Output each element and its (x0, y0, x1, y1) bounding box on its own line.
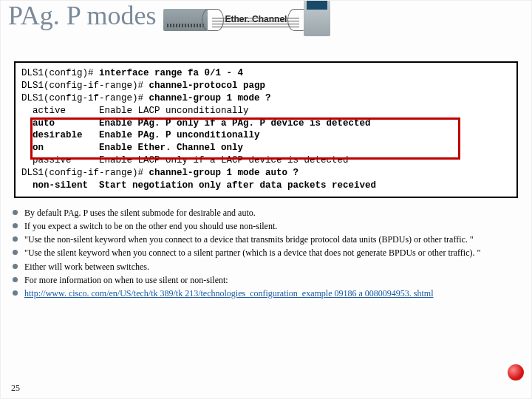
list-text: If you expect a switch to be on the othe… (24, 221, 277, 231)
cli-output: DLS1(config)# interface range fa 0/1 - 4… (14, 61, 518, 198)
decorative-sphere-icon (508, 364, 524, 381)
cli-line: non-silent Start negotiation only after … (21, 180, 376, 191)
server-icon (304, 0, 330, 36)
list-text: By default PAg. P uses the silent submod… (24, 208, 256, 218)
cli-line: DLS1(config-if-range)# (21, 93, 149, 103)
etherchannel-diagram: Ether. Channel (163, 1, 330, 36)
cli-line: auto Enable PAg. P only if a PAg. P devi… (21, 118, 371, 129)
cli-cmd: channel-group 1 mode ? (149, 93, 271, 103)
list-item: If you expect a switch to be on the othe… (8, 220, 514, 232)
list-item: By default PAg. P uses the silent submod… (8, 207, 514, 219)
header-row: PAg. P modes Ether. Channel (1, 1, 531, 52)
page-title: PAg. P modes (8, 1, 156, 29)
cli-line: DLS1(config-if-range)# (21, 81, 149, 91)
switch-left-icon (163, 9, 208, 31)
reference-link[interactable]: http://www. cisco. com/en/US/tech/tk 389… (24, 288, 433, 299)
list-item: "Use the non-silent keyword when you con… (8, 233, 514, 245)
list-text: "Use the silent keyword when you connect… (24, 248, 480, 258)
cli-line: active Enable LACP unconditionally (21, 106, 249, 116)
list-text: "Use the non-silent keyword when you con… (24, 234, 474, 245)
cli-line: DLS1(config-if-range)# (21, 168, 149, 178)
list-item: http://www. cisco. com/en/US/tech/tk 389… (8, 287, 514, 299)
cli-line: DLS1(config)# (21, 68, 99, 78)
list-item: "Use the silent keyword when you connect… (8, 247, 514, 259)
cli-cmd: interface range fa 0/1 - 4 (99, 68, 243, 78)
link-bundle: Ether. Channel (208, 9, 304, 31)
cli-line: on Enable Ether. Channel only (21, 143, 243, 153)
cli-cmd: channel-protocol pagp (149, 81, 266, 91)
list-text: For more information on when to use sile… (24, 275, 228, 285)
cli-line: desirable Enable PAg. P unconditionally (21, 130, 260, 140)
list-item: For more information on when to use sile… (8, 274, 514, 286)
cli-line: passive Enable LACP only if a LACP devic… (21, 155, 349, 166)
cli-cmd: channel-group 1 mode auto ? (149, 168, 299, 178)
notes-list: By default PAg. P uses the silent submod… (1, 204, 531, 299)
list-item: Either will work between switches. (8, 261, 514, 273)
cables-icon (212, 18, 299, 27)
page-number: 25 (11, 383, 20, 394)
list-text: Either will work between switches. (24, 262, 149, 272)
